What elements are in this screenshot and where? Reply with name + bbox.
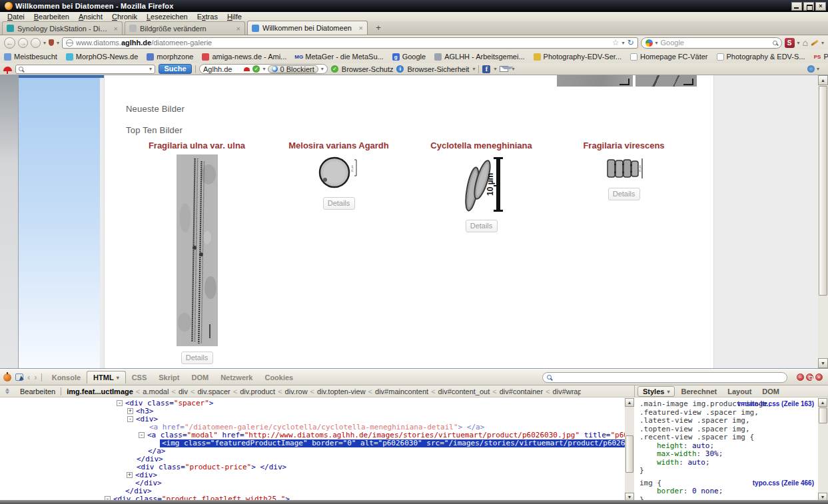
- product-figure[interactable]: [177, 154, 218, 346]
- firebug-minimize-button[interactable]: −: [797, 374, 804, 381]
- rating-caret-icon[interactable]: ▾: [262, 66, 265, 72]
- urlbar[interactable]: www.diatoms.aglhh.de/diatomeen-galerie ☆…: [62, 37, 637, 49]
- details-button[interactable]: Details: [323, 197, 355, 210]
- bookmark-item[interactable]: PSPS Bildagentur: [814, 53, 828, 61]
- breadcrumb-item[interactable]: a.modal: [141, 387, 170, 395]
- scroll-down-button[interactable]: ▼: [818, 358, 828, 368]
- breadcrumb-item[interactable]: div.product: [238, 387, 276, 395]
- search-bar[interactable]: ▾ Google: [641, 37, 782, 49]
- breadcrumb-item[interactable]: div.topten-view: [316, 387, 367, 395]
- firebug-edit-button[interactable]: Bearbeiten: [15, 387, 61, 395]
- product-title-link[interactable]: Melosira varians Agardh: [288, 140, 389, 151]
- details-button[interactable]: Details: [181, 352, 213, 364]
- tab-close-icon[interactable]: ×: [114, 25, 118, 32]
- expand-collapse-icon[interactable]: [3, 388, 12, 394]
- firebug-menu-icon[interactable]: [3, 374, 11, 381]
- firebug-forward-button[interactable]: ›: [34, 374, 37, 381]
- persona-caret-icon[interactable]: ▾: [821, 40, 824, 46]
- tree-expander-icon[interactable]: -: [127, 416, 133, 422]
- tree-expander-icon[interactable]: +: [127, 408, 133, 414]
- tree-expander-icon[interactable]: +: [127, 472, 133, 478]
- styles-tab-berechnet[interactable]: Berechnet: [676, 387, 721, 396]
- firebug-tab-css[interactable]: CSS: [126, 372, 153, 383]
- product-title-link[interactable]: Fragilaria virescens: [583, 140, 664, 151]
- styles-tab-styles[interactable]: Styles▾: [637, 386, 675, 397]
- firebug-back-button[interactable]: ‹: [27, 374, 30, 381]
- menu-chronik[interactable]: Chronik: [107, 13, 142, 21]
- tree-scroll-thumb[interactable]: [625, 435, 633, 473]
- menu-lesezeichen[interactable]: Lesezeichen: [142, 13, 193, 21]
- browser-sicherheit-label[interactable]: Browser-Sicherheit: [407, 65, 469, 73]
- browser-schutz-label[interactable]: Browser-Schutz: [342, 65, 394, 73]
- sidebar-strip[interactable]: [0, 75, 19, 368]
- browser-tab[interactable]: Bildgröße verändern×: [125, 21, 245, 35]
- styles-tab-dom[interactable]: DOM: [757, 387, 784, 396]
- mail-button[interactable]: [500, 66, 508, 72]
- product-figure[interactable]: 10 µm: [604, 154, 645, 182]
- addon-pin-icon[interactable]: [49, 39, 54, 46]
- details-button[interactable]: Details: [608, 188, 640, 200]
- styles-panel[interactable]: .main-image img.product-image,vmsite-ltr…: [634, 398, 818, 501]
- bookmark-star-icon[interactable]: ☆: [612, 39, 620, 47]
- tree-row[interactable]: +<div>: [0, 471, 625, 479]
- breadcrumb-item[interactable]: div.row: [284, 387, 309, 395]
- avira-options-icon[interactable]: [807, 65, 815, 73]
- styles-scroll-up-button[interactable]: ▲: [818, 398, 827, 407]
- site-rating-field[interactable]: Aglhh.de ✓ ▾ 0 Blockiert ▾: [199, 64, 328, 74]
- reload-button[interactable]: ↻: [627, 39, 633, 47]
- addon-caret-icon[interactable]: ▾: [57, 40, 59, 46]
- avira-suche-button[interactable]: Suche: [159, 64, 192, 74]
- bookmark-item[interactable]: Meistbesucht: [4, 53, 57, 61]
- menu-ansicht[interactable]: Ansicht: [74, 13, 107, 21]
- details-button[interactable]: Details: [466, 220, 498, 232]
- tree-row[interactable]: -<div class="spacer">: [0, 399, 625, 407]
- bookmark-item[interactable]: Photography & EDV-S...: [717, 53, 805, 61]
- tree-row[interactable]: </a>: [0, 447, 625, 455]
- breadcrumb-item[interactable]: img.feat...uctImage: [65, 387, 135, 395]
- styles-scrollbar[interactable]: ▲ ▼: [818, 398, 828, 501]
- breadcrumb-item[interactable]: div#wrapper: [552, 387, 582, 395]
- scroll-up-button[interactable]: ▲: [818, 75, 828, 85]
- menu-hilfe[interactable]: Hilfe: [222, 13, 246, 21]
- new-tab-button[interactable]: +: [371, 23, 386, 34]
- inspect-element-button[interactable]: [15, 374, 23, 381]
- breadcrumb-item[interactable]: div#content_out: [437, 387, 492, 395]
- product-title-link[interactable]: Cyclotella meneghiniana: [430, 140, 532, 151]
- history-dropdown-button[interactable]: [31, 38, 41, 48]
- avira-search-caret-icon[interactable]: ▾: [149, 66, 152, 72]
- facebook-caret-icon[interactable]: ▾: [494, 66, 496, 72]
- firebug-tab-skript[interactable]: Skript: [153, 372, 185, 383]
- styles-scroll-thumb[interactable]: [819, 407, 827, 423]
- css-property-line[interactable]: width: auto;: [639, 459, 818, 467]
- partial-image-2[interactable]: [635, 75, 697, 87]
- tree-scrollbar[interactable]: ▲ ▼: [625, 398, 634, 501]
- firebug-tab-dom[interactable]: DOM: [185, 372, 214, 383]
- search-input[interactable]: Google: [661, 39, 770, 47]
- bookmark-item[interactable]: Photography-EDV-Ser...: [534, 53, 621, 61]
- bookmark-item[interactable]: MGMetaGer - die MetaSu...: [295, 53, 383, 61]
- tab-caret-icon[interactable]: ▾: [117, 375, 119, 381]
- tree-row[interactable]: </div>: [0, 455, 625, 463]
- page-scrollbar[interactable]: ▲ ▼: [818, 75, 828, 368]
- avira-options-caret-icon[interactable]: ▾: [817, 66, 819, 72]
- search-engine-caret-icon[interactable]: ▾: [655, 40, 658, 46]
- bookmark-item[interactable]: AGLHH - Arbeitsgemei...: [434, 53, 524, 61]
- product-title-link[interactable]: Fragilaria ulna var. ulna: [149, 140, 245, 151]
- sicherheit-caret-icon[interactable]: ▾: [472, 66, 475, 72]
- breadcrumb-item[interactable]: div.spacer: [196, 387, 231, 395]
- blocked-counter[interactable]: 0 Blockiert: [268, 65, 318, 73]
- html-tree[interactable]: -<div class="spacer">+<h3>-<div><a href=…: [0, 398, 625, 501]
- bookmark-item[interactable]: gGoogle: [392, 53, 426, 61]
- product-figure[interactable]: 10 µm: [318, 154, 360, 192]
- facebook-button[interactable]: f: [482, 65, 490, 73]
- bookmark-item[interactable]: morphzone: [147, 53, 193, 61]
- tree-row[interactable]: <div class="product-price"> </div>: [0, 463, 625, 471]
- product-figure[interactable]: 10 µm: [458, 154, 506, 214]
- blocked-caret-icon[interactable]: ▾: [321, 66, 324, 72]
- tree-row[interactable]: +<h3>: [0, 407, 625, 415]
- tree-scroll-up-button[interactable]: ▲: [625, 398, 634, 407]
- back-button[interactable]: ←: [4, 37, 15, 49]
- search-engine-icon[interactable]: [645, 39, 653, 47]
- urlbar-dropdown-icon[interactable]: ▾: [621, 40, 624, 46]
- firebug-tab-cookies[interactable]: Cookies: [258, 372, 299, 383]
